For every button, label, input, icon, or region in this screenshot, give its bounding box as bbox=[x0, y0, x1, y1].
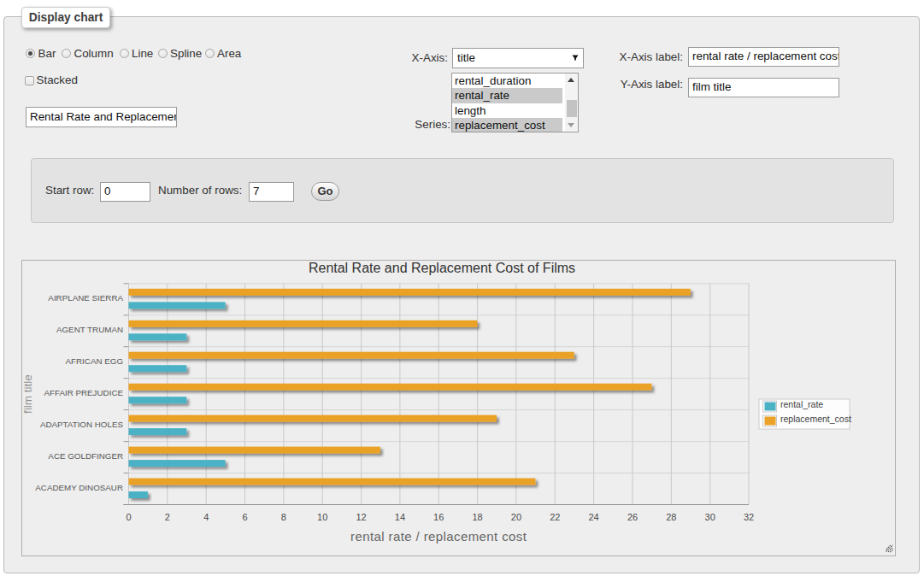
svg-text:AFFAIR PREJUDICE: AFFAIR PREJUDICE bbox=[44, 388, 123, 397]
svg-text:26: 26 bbox=[627, 512, 638, 522]
svg-text:rental rate / replacement cost: rental rate / replacement cost bbox=[350, 529, 527, 544]
svg-text:16: 16 bbox=[433, 512, 444, 522]
svg-text:2: 2 bbox=[165, 512, 170, 522]
svg-text:film title: film title bbox=[22, 374, 34, 414]
svg-text:24: 24 bbox=[588, 512, 598, 522]
svg-text:30: 30 bbox=[705, 512, 715, 522]
svg-text:0: 0 bbox=[126, 512, 131, 522]
svg-text:4: 4 bbox=[203, 512, 209, 522]
svg-text:ADAPTATION HOLES: ADAPTATION HOLES bbox=[40, 420, 124, 429]
svg-text:rental_rate: rental_rate bbox=[780, 399, 823, 409]
svg-text:AGENT TRUMAN: AGENT TRUMAN bbox=[56, 325, 123, 334]
svg-text:14: 14 bbox=[395, 512, 405, 522]
svg-text:ACE GOLDFINGER: ACE GOLDFINGER bbox=[48, 451, 123, 461]
svg-text:12: 12 bbox=[356, 512, 366, 522]
svg-text:28: 28 bbox=[666, 512, 676, 522]
svg-text:Rental Rate and Replacement Co: Rental Rate and Replacement Cost of Film… bbox=[309, 261, 575, 275]
svg-text:20: 20 bbox=[511, 512, 521, 522]
svg-text:AIRPLANE SIERRA: AIRPLANE SIERRA bbox=[48, 293, 123, 303]
svg-text:replacement_cost: replacement_cost bbox=[780, 414, 851, 424]
svg-text:18: 18 bbox=[472, 512, 482, 522]
svg-text:8: 8 bbox=[281, 512, 286, 522]
svg-text:ACADEMY DINOSAUR: ACADEMY DINOSAUR bbox=[35, 483, 123, 492]
svg-text:22: 22 bbox=[550, 512, 560, 522]
svg-text:10: 10 bbox=[317, 512, 327, 522]
svg-text:32: 32 bbox=[744, 512, 754, 522]
svg-text:AFRICAN EGG: AFRICAN EGG bbox=[66, 356, 124, 366]
svg-text:6: 6 bbox=[242, 512, 247, 522]
